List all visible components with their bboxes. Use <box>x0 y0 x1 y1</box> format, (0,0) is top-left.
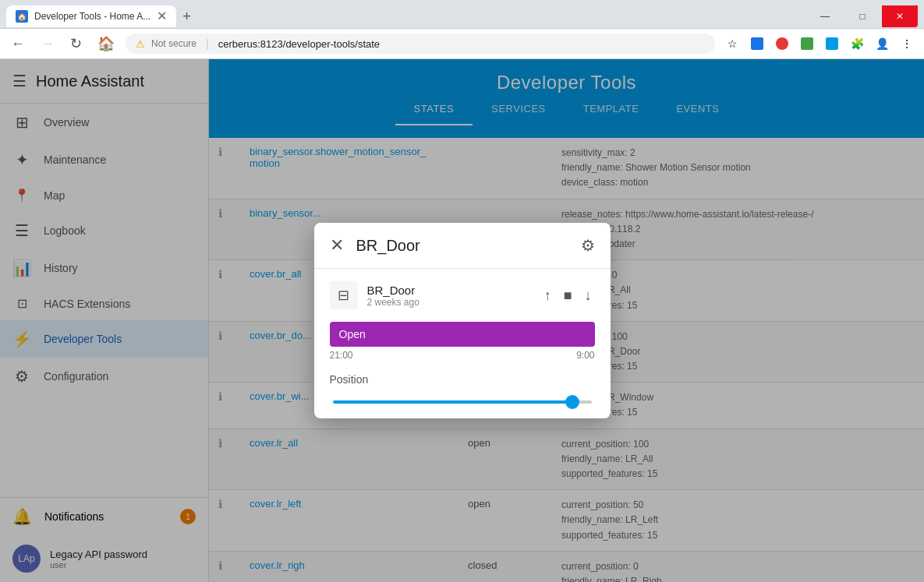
position-section: Position <box>330 373 595 406</box>
star-button[interactable]: ☆ <box>721 33 743 55</box>
entity-controls: ↑ ■ ↓ <box>541 284 595 307</box>
minimize-button[interactable]: — <box>807 5 843 27</box>
position-slider[interactable] <box>333 400 592 404</box>
modal-title: BR_Door <box>356 237 581 255</box>
time-start: 21:00 <box>330 350 353 361</box>
entity-row: ⊟ BR_Door 2 weeks ago ↑ ■ ↓ <box>330 281 595 309</box>
more-button[interactable]: ⋮ <box>896 33 918 55</box>
modal-body: ⊟ BR_Door 2 weeks ago ↑ ■ ↓ Open 21:00 <box>314 269 611 418</box>
modal: ✕ BR_Door ⚙ ⊟ BR_Door 2 weeks ago ↑ ■ ↓ <box>314 223 611 418</box>
time-labels: 21:00 9:00 <box>330 350 595 361</box>
forward-button[interactable]: → <box>36 33 59 55</box>
ctrl-stop-button[interactable]: ■ <box>561 284 575 307</box>
security-warning-icon: ⚠ <box>136 38 145 50</box>
tab-favicon <box>16 10 28 23</box>
address-separator: | <box>206 37 209 50</box>
browser-toolbar: ← → ↻ 🏠 ⚠ Not secure | cerberus:8123/dev… <box>0 28 924 59</box>
entity-name: BR_Door <box>367 284 532 297</box>
new-tab-button[interactable]: + <box>179 5 194 28</box>
progress-section: Open 21:00 9:00 <box>330 322 595 361</box>
modal-close-button[interactable]: ✕ <box>330 235 344 256</box>
maximize-button[interactable]: □ <box>844 5 880 27</box>
ext3-button[interactable] <box>796 33 818 55</box>
window-controls: — □ ✕ <box>807 5 918 27</box>
address-text: cerberus:8123/developer-tools/state <box>218 38 705 50</box>
browser-tab[interactable]: Developer Tools - Home A... ✕ <box>6 5 176 27</box>
modal-gear-button[interactable]: ⚙ <box>581 236 595 255</box>
ext2-button[interactable] <box>771 33 793 55</box>
profile-button[interactable]: 👤 <box>871 33 893 55</box>
time-end: 9:00 <box>576 350 594 361</box>
entity-icon: ⊟ <box>330 281 358 309</box>
ext1-button[interactable] <box>746 33 768 55</box>
tab-title: Developer Tools - Home A... <box>34 11 150 22</box>
ctrl-up-button[interactable]: ↑ <box>541 284 554 307</box>
modal-header: ✕ BR_Door ⚙ <box>314 223 611 269</box>
entity-info: BR_Door 2 weeks ago <box>367 284 532 308</box>
entity-time: 2 weeks ago <box>367 297 532 308</box>
door-icon: ⊟ <box>338 287 349 304</box>
toolbar-extensions: ☆ 🧩 👤 ⋮ <box>721 33 918 55</box>
address-bar[interactable]: ⚠ Not secure | cerberus:8123/developer-t… <box>126 34 715 54</box>
home-button[interactable]: 🏠 <box>93 32 119 55</box>
reload-button[interactable]: ↻ <box>65 32 87 55</box>
modal-overlay[interactable]: ✕ BR_Door ⚙ ⊟ BR_Door 2 weeks ago ↑ ■ ↓ <box>0 59 924 582</box>
progress-bar-container: Open <box>330 322 595 347</box>
tab-close-icon[interactable]: ✕ <box>157 10 167 23</box>
position-label: Position <box>330 373 595 386</box>
ext4-button[interactable] <box>821 33 843 55</box>
security-label: Not secure <box>151 38 196 49</box>
ctrl-down-button[interactable]: ↓ <box>582 284 595 307</box>
close-button[interactable]: ✕ <box>882 5 918 27</box>
browser-titlebar: Developer Tools - Home A... ✕ + — □ ✕ <box>0 0 924 28</box>
back-button[interactable]: ← <box>6 33 30 55</box>
slider-container <box>330 393 595 406</box>
ext5-button[interactable]: 🧩 <box>846 33 868 55</box>
progress-label: Open <box>330 328 375 340</box>
